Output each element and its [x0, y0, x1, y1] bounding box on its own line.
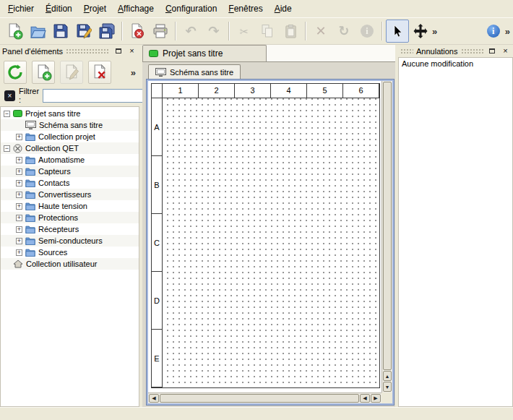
menu-configuration[interactable]: Configuration [160, 1, 223, 16]
tree-item-projet-sans-titre[interactable]: − Projet sans titre [1, 108, 139, 119]
folder-icon [25, 225, 35, 233]
filter-input[interactable] [43, 89, 150, 103]
menu-affichage[interactable]: Affichage [112, 1, 160, 16]
tree-item-protections[interactable]: + Protections [1, 212, 139, 223]
toolbar-overflow-chevron-2[interactable]: » [505, 26, 510, 37]
expand-icon[interactable]: + [16, 168, 22, 175]
new-element-button[interactable] [32, 61, 55, 84]
undo-history-list[interactable]: Aucune modification [398, 57, 513, 407]
horizontal-scrollbar[interactable]: ◀ ◀ ▶ [148, 393, 381, 403]
dock-float-button[interactable] [486, 46, 497, 56]
menu-projet[interactable]: Projet [78, 1, 112, 16]
tree-item-schema-sans-titre[interactable]: Schéma sans titre [1, 119, 139, 131]
save-as-button[interactable] [72, 20, 95, 43]
menu-fenetres[interactable]: Fenêtres [223, 1, 268, 16]
rotate-button[interactable]: ↻ [332, 20, 355, 43]
tree-item-sources[interactable]: + Sources [1, 247, 139, 258]
menu-edition[interactable]: Édition [40, 1, 78, 16]
undo-dock-titlebar[interactable]: Annulations × [398, 45, 513, 57]
scroll-left-button-2[interactable]: ◀ [360, 394, 370, 403]
dock-grip[interactable] [66, 48, 110, 54]
scroll-up-button[interactable]: ▲ [383, 371, 392, 381]
dock-float-button[interactable] [113, 46, 124, 56]
expand-icon[interactable]: + [16, 249, 22, 256]
tree-item-collection-projet[interactable]: + Collection projet [1, 131, 139, 142]
select-tool-button[interactable] [386, 20, 409, 43]
expand-icon[interactable]: + [16, 180, 22, 187]
tree-item-haute-tension[interactable]: + Haute tension [1, 200, 139, 212]
elements-panel-titlebar[interactable]: Panel d'éléments × [0, 45, 139, 57]
tree-item-label: Haute tension [38, 202, 87, 210]
dock-grip[interactable] [400, 48, 413, 54]
about-button[interactable]: i [482, 20, 505, 43]
print-button[interactable] [149, 20, 172, 43]
home-icon [13, 260, 23, 268]
menu-aide[interactable]: Aide [269, 1, 298, 16]
column-header: 2 [199, 84, 235, 98]
dock-grip[interactable] [461, 48, 484, 54]
edit-element-button[interactable] [60, 61, 83, 84]
diagram-viewport[interactable]: 1 2 3 4 5 6 A B C D E [148, 81, 381, 393]
clear-filter-icon[interactable]: × [4, 90, 15, 101]
menu-fichier[interactable]: Fichier [2, 1, 40, 16]
tree-item-capteurs[interactable]: + Capteurs [1, 166, 139, 177]
reload-collections-button[interactable] [4, 61, 27, 84]
folder-icon [25, 202, 35, 210]
tree-item-label: Protections [38, 213, 78, 222]
tree-item-collection-qet[interactable]: − Collection QET [1, 142, 139, 154]
panel-overflow-chevron[interactable]: » [131, 67, 136, 78]
paste-button[interactable] [279, 20, 302, 43]
tree-item-semi-conducteurs[interactable]: + Semi-conducteurs [1, 235, 139, 247]
new-document-button[interactable] [3, 20, 26, 43]
selection-info-button[interactable]: i [355, 20, 379, 43]
collapse-icon[interactable]: − [4, 145, 10, 152]
scroll-left-button[interactable]: ◀ [149, 394, 159, 403]
schema-icon [25, 121, 36, 129]
diagram-grid-canvas[interactable] [163, 98, 379, 387]
dock-close-button[interactable]: × [126, 46, 137, 56]
close-file-button[interactable] [126, 20, 149, 43]
cut-button[interactable]: ✂ [233, 20, 256, 43]
delete-button[interactable]: ✕ [309, 20, 332, 43]
expand-icon[interactable]: + [16, 238, 22, 244]
tab-projet-sans-titre[interactable]: Projet sans titre [142, 45, 267, 61]
scroll-right-button[interactable]: ▶ [371, 394, 381, 403]
tree-item-contacts[interactable]: + Contacts [1, 177, 139, 189]
toolbar-overflow-chevron[interactable]: » [432, 26, 437, 37]
tree-item-collection-utilisateur[interactable]: Collection utilisateur [1, 258, 139, 270]
save-button[interactable] [49, 20, 72, 43]
about-info-icon: i [487, 25, 500, 38]
expand-icon[interactable]: + [16, 134, 22, 140]
move-tool-button[interactable] [409, 20, 432, 43]
tree-item-recepteurs[interactable]: + Récepteurs [1, 223, 139, 235]
scroll-down-button[interactable]: ▼ [383, 382, 392, 392]
expand-icon[interactable]: + [16, 203, 22, 210]
folder-icon [25, 167, 35, 176]
open-button[interactable] [26, 20, 49, 43]
refresh-icon [7, 64, 24, 81]
vscroll-thumb[interactable] [383, 82, 392, 370]
expand-icon[interactable]: + [16, 226, 22, 233]
undo-button[interactable]: ↶ [179, 20, 202, 43]
redo-button[interactable]: ↷ [202, 20, 225, 43]
delete-element-button[interactable] [88, 61, 111, 84]
elements-panel-title: Panel d'éléments [2, 47, 63, 56]
expand-icon[interactable]: + [16, 215, 22, 221]
column-header: 5 [307, 84, 343, 98]
cut-icon: ✂ [240, 26, 249, 37]
save-all-button[interactable] [95, 20, 118, 43]
dock-close-button[interactable]: × [500, 46, 511, 56]
tree-item-automatisme[interactable]: + Automatisme [1, 154, 139, 166]
copy-button[interactable] [256, 20, 279, 43]
float-icon [489, 48, 495, 53]
folder-icon [25, 155, 35, 164]
vertical-scrollbar[interactable]: ▲ ▼ [381, 81, 392, 393]
expand-icon[interactable]: + [16, 192, 22, 198]
elements-panel-toolbar: » [0, 57, 139, 87]
collapse-icon[interactable]: − [4, 111, 10, 117]
tree-item-convertisseurs[interactable]: + Convertisseurs [1, 189, 139, 200]
tab-schema-sans-titre[interactable]: Schéma sans titre [148, 64, 241, 80]
hscroll-thumb[interactable] [160, 394, 359, 403]
expand-icon[interactable]: + [16, 157, 22, 163]
menu-bar: Fichier Édition Projet Affichage Configu… [0, 0, 513, 17]
